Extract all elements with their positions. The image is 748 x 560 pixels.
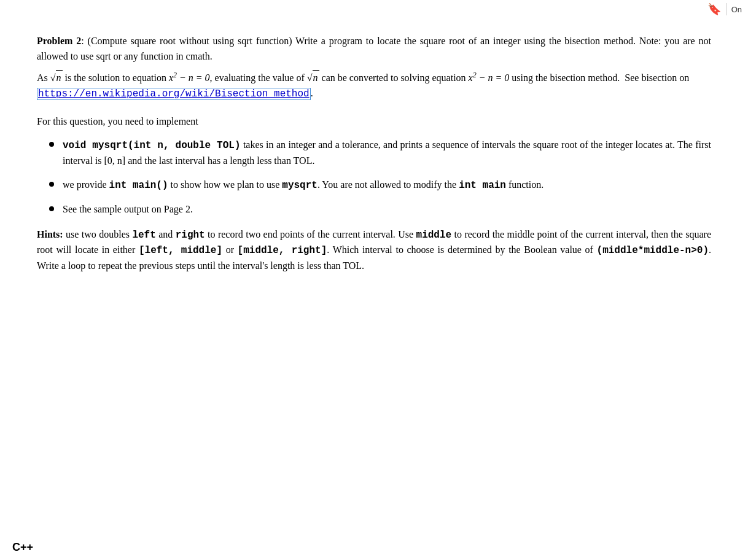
bullet2-text1: to show how we plan to use: [168, 179, 282, 190]
math-paragraph: As √n is the solution to equation x2 − n…: [37, 69, 711, 102]
hints-code2: right: [176, 230, 205, 241]
hints-text3: to record two end points of the current …: [205, 229, 416, 239]
hints-code4: [left, middle]: [139, 245, 222, 256]
bullet3-text: See the sample output on Page 2.: [63, 204, 193, 214]
list-item-1: void mysqrt(int n, double TOL) takes in …: [49, 138, 711, 169]
sqrt-n-2: √n: [307, 70, 319, 86]
bullet2-code1: int main(): [109, 180, 168, 191]
bullet-dot-3: [49, 206, 54, 211]
footer-label: C++: [12, 541, 33, 554]
problem-number: Problem 2: [37, 36, 81, 46]
bisection-link[interactable]: https://en.wikipedia.org/wiki/Bisection_…: [37, 88, 311, 100]
sqrt-n-1: √n: [50, 70, 63, 86]
bullet2-prefix: we provide: [63, 179, 109, 190]
hints-code1: left: [132, 230, 155, 241]
hints-paragraph: Hints: use two doubles left and right to…: [37, 227, 711, 274]
bullet-dot-1: [49, 142, 54, 147]
divider-vertical: [726, 3, 727, 15]
bullet-list: void mysqrt(int n, double TOL) takes in …: [49, 138, 711, 217]
hints-text6: . Which interval to choose is determined…: [327, 244, 596, 255]
hints-text5: or: [222, 244, 238, 255]
bookmark-icon: 🔖: [707, 2, 721, 16]
hints-label: Hints:: [37, 229, 63, 239]
bullet2-text3: function.: [506, 179, 543, 190]
hints-code6: (middle*middle-n>0): [597, 245, 709, 256]
bullet1-code: void mysqrt(int n, double TOL): [63, 140, 241, 151]
hints-code3: middle: [416, 230, 452, 241]
hints-code5: [middle, right]: [238, 245, 327, 256]
top-bar: 🔖 On: [674, 0, 748, 18]
list-item-3: See the sample output on Page 2.: [49, 202, 711, 217]
implement-intro-text: For this question, you need to implement: [37, 114, 711, 130]
problem-text: Problem 2: (Compute square root without …: [37, 34, 711, 64]
equation-2: x2 − n = 0: [469, 72, 510, 83]
problem-title: : (Compute square root without using sqr…: [37, 36, 711, 61]
bullet-text-3: See the sample output on Page 2.: [63, 202, 711, 217]
hints-block: Hints: use two doubles left and right to…: [37, 227, 711, 274]
hints-text2: and: [156, 229, 176, 239]
bullet-text-2: we provide int main() to show how we pla…: [63, 177, 711, 193]
bullet-dot-2: [49, 182, 54, 187]
problem-block: Problem 2: (Compute square root without …: [37, 34, 711, 102]
content-area: Problem 2: (Compute square root without …: [37, 34, 711, 535]
on-label: On: [731, 5, 742, 14]
page-container: 🔖 On Problem 2: (Compute square root wit…: [0, 0, 748, 560]
bullet2-text2: . You are not allowed to modify the: [318, 179, 459, 190]
bullet2-code3: int main: [459, 180, 506, 191]
section-intro: For this question, you need to implement: [37, 114, 711, 130]
equation-1: x2 − n = 0: [169, 72, 210, 83]
list-item-2: we provide int main() to show how we pla…: [49, 177, 711, 193]
bullet2-code2: mysqrt: [282, 180, 318, 191]
hints-text1: use two doubles: [63, 229, 133, 239]
bullet-text-1: void mysqrt(int n, double TOL) takes in …: [63, 138, 711, 169]
